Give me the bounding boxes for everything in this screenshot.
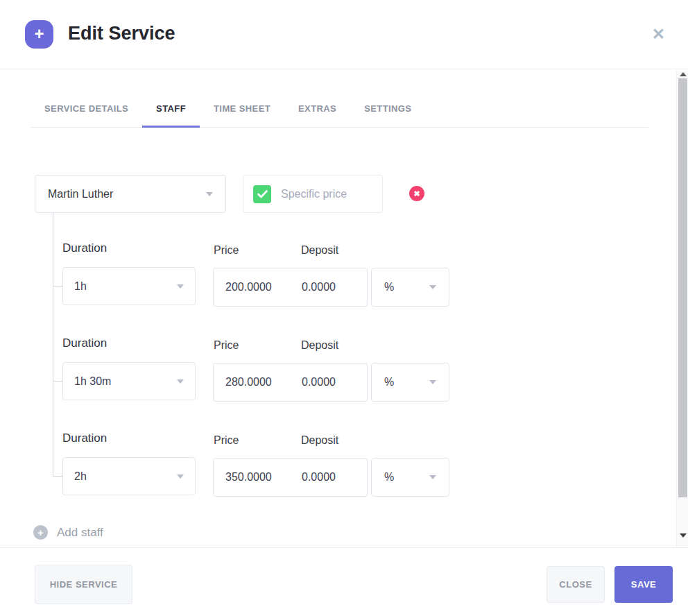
staff-name-select[interactable]: Martin Luther xyxy=(35,175,226,213)
scrollbar[interactable] xyxy=(676,70,688,547)
price-label: Price xyxy=(214,339,239,352)
add-staff-label: Add staff xyxy=(57,526,103,540)
chevron-down-icon xyxy=(177,474,184,479)
duration-label: Duration xyxy=(62,336,107,350)
staff-name-value: Martin Luther xyxy=(48,188,206,200)
duration-label: Duration xyxy=(62,431,107,445)
chevron-down-icon xyxy=(429,285,436,289)
duration-select[interactable]: 1h xyxy=(62,267,196,305)
price-label: Price xyxy=(214,244,239,257)
chevron-down-icon xyxy=(177,379,184,384)
deposit-unit-select[interactable]: % xyxy=(371,363,449,402)
connector-line xyxy=(53,213,53,477)
tab-staff[interactable]: STAFF xyxy=(142,103,200,128)
deposit-unit-value: % xyxy=(384,376,429,388)
duration-value: 1h 30m xyxy=(74,375,177,388)
connector-stub xyxy=(53,476,63,477)
deposit-unit-value: % xyxy=(384,281,429,293)
price-input[interactable] xyxy=(213,363,291,402)
close-button[interactable]: CLOSE xyxy=(547,566,605,603)
specific-price-box: Specific price xyxy=(243,175,383,213)
service-plus-icon: + xyxy=(25,20,53,49)
duration-select[interactable]: 2h xyxy=(62,457,196,495)
chevron-down-icon xyxy=(429,380,436,384)
deposit-unit-value: % xyxy=(384,471,429,484)
check-icon xyxy=(257,190,268,198)
price-input[interactable] xyxy=(213,268,291,307)
tab-settings[interactable]: SETTINGS xyxy=(350,103,425,128)
modal-footer: HIDE SERVICE CLOSE SAVE xyxy=(0,547,688,616)
deposit-label: Deposit xyxy=(301,244,338,257)
deposit-unit-select[interactable]: % xyxy=(371,458,449,497)
price-label: Price xyxy=(214,434,239,447)
hide-service-button[interactable]: HIDE SERVICE xyxy=(35,565,132,604)
duration-value: 2h xyxy=(74,470,177,483)
chevron-down-icon xyxy=(429,475,436,479)
tab-extras[interactable]: EXTRAS xyxy=(284,103,350,128)
tab-service-details[interactable]: SERVICE DETAILS xyxy=(31,103,142,128)
modal-header: + Edit Service ✕ xyxy=(0,0,688,69)
duration-value: 1h xyxy=(74,280,177,293)
close-icon[interactable]: ✕ xyxy=(652,25,665,44)
tab-bar: SERVICE DETAILS STAFF TIME SHEET EXTRAS … xyxy=(31,103,648,128)
scroll-down-icon[interactable] xyxy=(680,533,687,538)
scrollbar-thumb[interactable] xyxy=(678,78,687,497)
chevron-down-icon xyxy=(177,284,184,289)
edit-service-modal: + Edit Service ✕ SERVICE DETAILS STAFF T… xyxy=(0,0,688,616)
scroll-up-icon[interactable] xyxy=(680,72,687,76)
deposit-unit-select[interactable]: % xyxy=(371,268,449,307)
connector-stub xyxy=(53,286,63,286)
modal-title: Edit Service xyxy=(68,23,175,44)
deposit-label: Deposit xyxy=(301,339,338,352)
modal-body: SERVICE DETAILS STAFF TIME SHEET EXTRAS … xyxy=(0,70,676,547)
deposit-label: Deposit xyxy=(301,434,338,447)
chevron-down-icon xyxy=(206,192,213,196)
plus-icon: + xyxy=(34,26,44,42)
tab-time-sheet[interactable]: TIME SHEET xyxy=(200,103,284,128)
deposit-input[interactable] xyxy=(290,363,368,402)
deposit-input[interactable] xyxy=(290,458,368,497)
remove-staff-icon[interactable]: ✖ xyxy=(409,186,424,201)
add-staff-button[interactable]: + Add staff xyxy=(33,525,103,540)
deposit-input[interactable] xyxy=(290,268,368,307)
save-button[interactable]: SAVE xyxy=(614,566,673,603)
duration-label: Duration xyxy=(62,241,107,255)
specific-price-checkbox[interactable] xyxy=(253,185,271,203)
specific-price-label: Specific price xyxy=(281,188,347,200)
duration-select[interactable]: 1h 30m xyxy=(62,362,196,400)
connector-stub xyxy=(53,381,63,382)
price-input[interactable] xyxy=(213,458,291,497)
plus-circle-icon: + xyxy=(33,525,48,540)
